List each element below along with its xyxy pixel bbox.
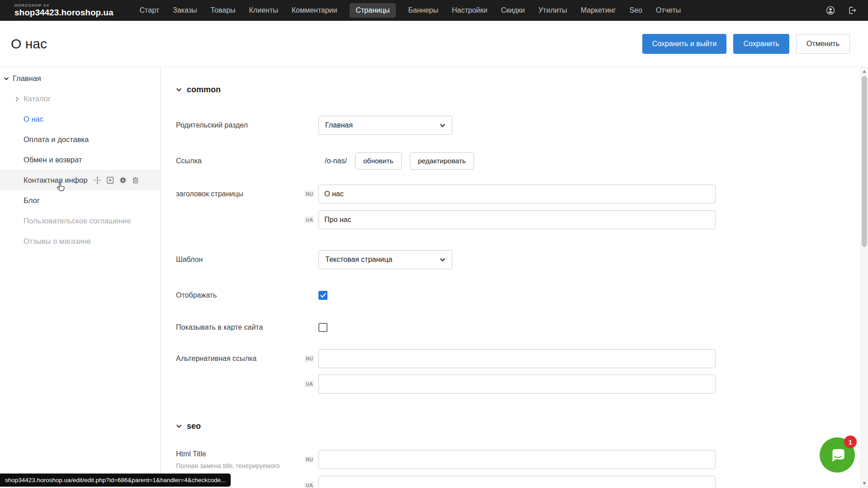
chevron-down-icon[interactable]	[176, 423, 182, 429]
nav-item-seo[interactable]: Seo	[629, 3, 643, 18]
sidebar-item-label: Пользовательское соглашение	[24, 217, 131, 225]
template-select[interactable]: Текстовая страница	[318, 250, 452, 269]
sidebar-item-katalog[interactable]: Каталог	[0, 89, 160, 109]
chevron-down-icon[interactable]	[176, 87, 182, 93]
field-parent-section: Родительский раздел Главная	[176, 116, 868, 135]
lang-badge-ua: UA	[304, 380, 314, 388]
page-title: О нас	[11, 36, 47, 52]
field-alt-link-ua: UA	[176, 374, 868, 393]
nav-item-banners[interactable]: Баннеры	[408, 3, 439, 18]
section-seo-title: seo	[187, 422, 201, 431]
gear-icon[interactable]	[119, 176, 127, 185]
nav-item-discounts[interactable]: Скидки	[500, 3, 526, 18]
page-header: О нас Сохранить и выйти Сохранить Отмени…	[0, 21, 868, 67]
chevron-right-icon[interactable]	[14, 96, 20, 102]
sitemap-checkbox[interactable]	[318, 323, 327, 332]
sidebar-item-blog[interactable]: Блог	[0, 190, 160, 211]
nav-item-start[interactable]: Старт	[139, 3, 160, 18]
field-label: Шаблон	[176, 256, 318, 264]
sidebar-item-glavnaya[interactable]: Главная	[0, 68, 160, 89]
cancel-button[interactable]: Отменить	[796, 34, 850, 54]
alt-link-ua-input[interactable]	[318, 374, 716, 393]
brand-domain: shop34423.horoshop.ua	[14, 8, 114, 17]
sidebar-item-oplata-i-dostavka[interactable]: Оплата и доставка	[0, 129, 160, 150]
move-icon[interactable]	[93, 176, 102, 185]
parent-section-select[interactable]: Главная	[318, 116, 452, 135]
html-title-ua-input[interactable]	[318, 476, 716, 488]
field-label: заголовок страницы	[176, 190, 318, 198]
sidebar-item-obmen-i-vozvrat[interactable]: Обмен и возврат	[0, 150, 160, 170]
sidebar-item-label: Оплата и доставка	[24, 135, 89, 144]
refresh-link-button[interactable]: обновить	[355, 152, 402, 170]
nav-item-reports[interactable]: Отчеты	[655, 3, 682, 18]
display-checkbox[interactable]	[318, 291, 327, 300]
lang-badge-ru: RU	[304, 190, 314, 198]
field-label: Отображать	[176, 291, 318, 299]
alt-link-ru-input[interactable]	[318, 349, 716, 368]
chat-notification-badge: 1	[844, 436, 857, 448]
account-icon[interactable]	[825, 5, 835, 15]
sidebar-item-polzovatelskoe-soglashenie[interactable]: Пользовательское соглашение	[0, 211, 160, 231]
sidebar-item-otzyvy-o-magazine[interactable]: Отзывы о магазине	[0, 231, 160, 251]
nav-item-comments[interactable]: Комментарии	[291, 3, 338, 18]
lang-badge-ua: UA	[304, 482, 314, 488]
nav-item-marketing[interactable]: Маркетинг	[580, 3, 617, 18]
sidebar-item-kontaktnaya-infor[interactable]: Контактная инфор	[0, 170, 160, 190]
header-actions: Сохранить и выйти Сохранить Отменить	[642, 34, 850, 54]
topbar-right	[825, 5, 857, 15]
chat-button[interactable]: 1	[820, 437, 855, 473]
lang-badge-ru: RU	[304, 355, 314, 362]
sidebar-item-label: О нас	[24, 115, 43, 123]
status-url-tooltip: shop34423.horoshop.ua/edit/edit.php?id=6…	[0, 474, 231, 487]
edit-link-button[interactable]: редактировать	[410, 152, 474, 170]
field-label: Ссылка	[176, 157, 318, 165]
field-link: Ссылка /o-nas/ обновить редактировать	[176, 152, 868, 170]
link-path: /o-nas/	[325, 157, 347, 165]
save-exit-button[interactable]: Сохранить и выйти	[642, 34, 727, 54]
field-alt-link-ru: Альтернативная ссылка RU	[176, 349, 868, 368]
trash-icon[interactable]	[131, 176, 140, 185]
chevron-down-icon	[440, 123, 446, 128]
chat-bubble-icon	[828, 445, 847, 464]
nav-item-clients[interactable]: Клиенты	[248, 3, 279, 18]
field-label: Html Title	[176, 450, 318, 458]
sidebar-item-label: Обмен и возврат	[24, 156, 82, 164]
sidebar-item-label: Главная	[13, 74, 41, 83]
lang-badge-ru: RU	[304, 456, 314, 463]
field-html-title-ua: UA	[176, 476, 868, 488]
brand-logo[interactable]: HOROSHOP V4 shop34423.horoshop.ua	[14, 4, 114, 17]
add-page-icon[interactable]	[106, 176, 114, 185]
nav-menu: СтартЗаказыТоварыКлиентыКомментарииСтран…	[139, 3, 682, 18]
field-label: Альтернативная ссылка	[176, 355, 318, 363]
nav-item-settings[interactable]: Настройки	[451, 3, 488, 18]
sidebar-item-label: Блог	[24, 196, 40, 205]
nav-item-orders[interactable]: Заказы	[172, 3, 198, 18]
page-title-ua-input[interactable]	[318, 210, 716, 229]
vertical-scrollbar[interactable]	[860, 67, 868, 488]
sidebar-item-o-nas[interactable]: О нас	[0, 109, 160, 129]
section-common[interactable]: common	[176, 84, 868, 95]
chevron-down-icon[interactable]	[4, 76, 9, 81]
field-label: Показывать в карте сайта	[176, 323, 318, 332]
field-page-title-ru: заголовок страницы RU	[176, 185, 868, 204]
save-button[interactable]: Сохранить	[733, 34, 789, 54]
scroll-down-arrow[interactable]	[863, 482, 866, 485]
html-title-ru-input[interactable]	[318, 450, 716, 469]
nav-item-pages[interactable]: Страницы	[350, 3, 395, 18]
field-page-title-ua: UA	[176, 210, 868, 229]
lang-badge-ua: UA	[304, 216, 314, 223]
section-seo[interactable]: seo	[176, 421, 868, 431]
tree-row-actions	[93, 176, 140, 185]
scrollbar-thumb[interactable]	[862, 76, 867, 247]
page-title-ru-input[interactable]	[318, 185, 716, 204]
field-sitemap: Показывать в карте сайта	[176, 322, 868, 332]
sidebar-item-label: Отзывы о магазине	[24, 237, 91, 246]
nav-item-utilities[interactable]: Утилиты	[537, 3, 568, 18]
sidebar-item-label: Каталог	[24, 95, 51, 103]
field-hint: Полная замена title, генерируемого	[176, 462, 318, 469]
scroll-up-arrow[interactable]	[863, 70, 866, 73]
template-value: Текстовая страница	[325, 256, 392, 264]
nav-item-products[interactable]: Товары	[210, 3, 237, 18]
field-label: Родительский раздел	[176, 121, 318, 129]
logout-icon[interactable]	[847, 5, 857, 15]
